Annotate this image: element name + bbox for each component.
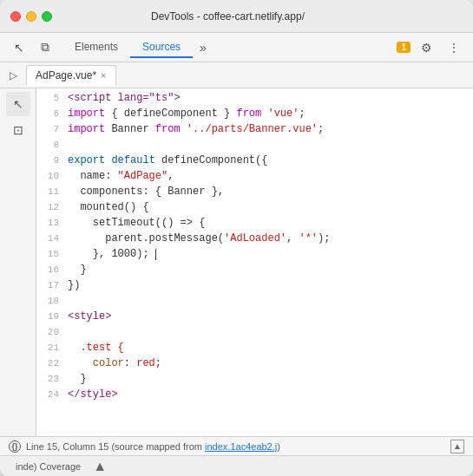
status-braces-icon: {} [9, 440, 21, 453]
code-line-14: 14 parent.postMessage('AdLoaded', '*'); [36, 231, 473, 246]
left-sidebar: ↖ ⊡ [0, 88, 36, 436]
line-content-16: } [68, 262, 456, 277]
line-num-19: 19 [36, 309, 68, 324]
status-source-link[interactable]: index.1ac4eab2.j [205, 441, 277, 452]
code-line-12: 12 mounted() { [36, 199, 473, 215]
code-line-6: 6 import { defineComponent } from 'vue'; [36, 106, 473, 121]
line-content-21: .test { [68, 340, 456, 355]
code-line-13: 13 setTimeout(() => { [36, 215, 473, 231]
line-content-12: mounted() { [68, 199, 456, 215]
line-content-8 [68, 137, 456, 153]
code-line-8: 8 [36, 137, 473, 153]
cursor-tool-button[interactable]: ↖ [7, 36, 31, 59]
dots-icon: ⋮ [448, 41, 460, 55]
code-line-11: 11 components: { Banner }, [36, 184, 473, 199]
line-num-15: 15 [36, 246, 68, 262]
more-options-button[interactable]: ⋮ [442, 36, 466, 59]
device-toggle-button[interactable]: ⧉ [33, 36, 57, 59]
line-content-23: } [68, 371, 456, 387]
line-num-10: 10 [36, 168, 68, 184]
code-line-7: 7 import Banner from '../parts/Banner.vu… [36, 121, 473, 137]
file-tab-name: AdPage.vue* [36, 69, 96, 82]
line-content-17: }) [68, 277, 456, 293]
status-left: {} Line 15, Column 15 (source mapped fro… [9, 440, 280, 453]
line-num-9: 9 [36, 153, 68, 168]
sidebar-files-icon[interactable]: ⊡ [6, 118, 30, 142]
settings-button[interactable]: ⚙ [414, 36, 438, 59]
line-content-13: setTimeout(() => { [68, 215, 456, 231]
line-num-8: 8 [36, 137, 68, 153]
line-num-18: 18 [36, 293, 68, 309]
toolbar-right: 1 ⚙ ⋮ [393, 36, 466, 59]
code-line-20: 20 [36, 324, 473, 340]
line-content-15: }, 1000); [68, 246, 456, 262]
line-num-6: 6 [36, 106, 68, 121]
code-line-24: 24 </style> [36, 387, 473, 402]
line-num-12: 12 [36, 199, 68, 215]
notification-badge: 1 [397, 42, 411, 53]
code-line-10: 10 name: "AdPage", [36, 168, 473, 184]
line-num-16: 16 [36, 262, 68, 277]
editor-wrapper: 5 <script lang="ts"> 6 import { defineCo… [36, 88, 473, 436]
status-text-after: ) [277, 441, 280, 452]
tab-sources[interactable]: Sources [130, 37, 193, 58]
line-num-22: 22 [36, 355, 68, 371]
code-line-5: 5 <script lang="ts"> [36, 90, 473, 106]
status-right: ▲ [450, 440, 464, 453]
line-content-5: <script lang="ts"> [68, 90, 456, 106]
line-content-10: name: "AdPage", [68, 168, 456, 184]
devtools-toolbar: ↖ ⧉ Elements Sources » 1 ⚙ ⋮ [0, 33, 473, 62]
line-num-17: 17 [36, 277, 68, 293]
code-line-9: 9 export default defineComponent({ [36, 153, 473, 168]
line-num-13: 13 [36, 215, 68, 231]
line-num-14: 14 [36, 231, 68, 246]
file-tab-bar: ▷ AdPage.vue* × [0, 62, 473, 88]
status-bar: {} Line 15, Column 15 (source mapped fro… [0, 436, 473, 455]
gear-icon: ⚙ [421, 41, 432, 55]
line-content-7: import Banner from '../parts/Banner.vue'… [68, 121, 456, 137]
line-content-11: components: { Banner }, [68, 184, 456, 199]
status-up-icon[interactable]: ▲ [450, 440, 464, 453]
main-tabs: Elements Sources [62, 37, 193, 58]
code-editor[interactable]: 5 <script lang="ts"> 6 import { defineCo… [36, 88, 473, 436]
line-content-6: import { defineComponent } from 'vue'; [68, 106, 456, 121]
status-line-info: Line 15, Column 15 (source mapped from [26, 441, 205, 452]
line-content-19: <style> [68, 309, 456, 324]
line-num-5: 5 [36, 90, 68, 106]
file-tab-close-icon[interactable]: × [101, 70, 106, 81]
line-content-9: export default defineComponent({ [68, 153, 456, 168]
sidebar-cursor-icon[interactable]: ↖ [6, 92, 30, 116]
bottom-tab-bar: inde) Coverage ▲ [0, 455, 473, 476]
braces-label: {} [11, 442, 17, 451]
line-content-22: color: red; [68, 355, 456, 371]
code-line-19: 19 <style> ➤ [36, 309, 473, 324]
line-num-7: 7 [36, 121, 68, 137]
device-icon: ⧉ [41, 40, 49, 55]
code-line-15: 15 }, 1000); [36, 246, 473, 262]
text-cursor [155, 249, 156, 260]
code-lines: 5 <script lang="ts"> 6 import { defineCo… [36, 88, 473, 404]
bottom-tab-up-icon[interactable]: ▲ [93, 460, 107, 473]
devtools-window: DevTools - coffee-cart.netlify.app/ ↖ ⧉ … [0, 0, 473, 476]
tab-elements[interactable]: Elements [62, 37, 130, 58]
toggle-navigator-button[interactable]: ▷ [3, 66, 23, 85]
code-line-21: 21 .test { [36, 340, 473, 355]
code-line-18: 18 [36, 293, 473, 309]
file-tab-adpage[interactable]: AdPage.vue* × [26, 65, 116, 86]
line-num-23: 23 [36, 371, 68, 387]
status-text: Line 15, Column 15 (source mapped from i… [26, 441, 280, 452]
line-num-21: 21 [36, 340, 68, 355]
line-content-24: </style> [68, 387, 456, 402]
main-content: ↖ ⊡ 5 <script lang="ts"> 6 import { defi… [0, 88, 473, 436]
navigator-icon: ▷ [10, 69, 17, 82]
code-line-17: 17 }) [36, 277, 473, 293]
bottom-tab-coverage[interactable]: inde) Coverage [7, 460, 89, 473]
line-content-14: parent.postMessage('AdLoaded', '*'); [68, 231, 456, 246]
line-content-20 [68, 324, 456, 340]
code-line-22: 22 color: red; [36, 355, 473, 371]
line-content-18 [68, 293, 456, 309]
code-line-23: 23 } [36, 371, 473, 387]
window-title: DevTools - coffee-cart.netlify.app/ [0, 10, 463, 23]
line-num-24: 24 [36, 387, 68, 402]
more-tabs-button[interactable]: » [194, 37, 212, 58]
